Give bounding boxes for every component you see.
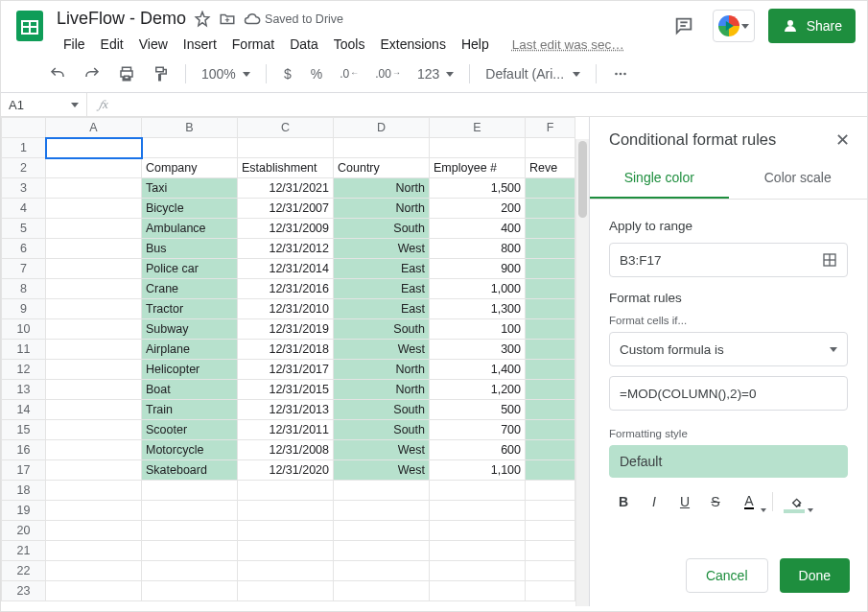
cell[interactable]	[334, 561, 430, 581]
row-header-9[interactable]: 9	[2, 299, 46, 319]
menu-tools[interactable]: Tools	[327, 33, 372, 56]
formula-bar[interactable]: 𝑓x	[87, 97, 867, 112]
cell[interactable]	[334, 501, 430, 521]
cell[interactable]	[46, 259, 142, 279]
cell[interactable]	[526, 360, 575, 380]
cell[interactable]	[430, 501, 526, 521]
cell[interactable]: 1,100	[430, 460, 526, 481]
cell[interactable]	[526, 481, 575, 501]
cell[interactable]: 1,300	[430, 299, 526, 319]
cell[interactable]: Motorcycle	[142, 440, 238, 460]
cell[interactable]	[526, 420, 575, 440]
cell[interactable]	[238, 521, 334, 541]
cell[interactable]: Taxi	[142, 178, 238, 199]
menu-file[interactable]: File	[57, 33, 92, 56]
cell[interactable]: North	[334, 360, 430, 380]
italic-button[interactable]: I	[640, 487, 669, 516]
cell[interactable]: Bicycle	[142, 199, 238, 219]
cell[interactable]	[46, 178, 142, 199]
header-cell[interactable]: Country	[334, 158, 430, 178]
cell[interactable]: Crane	[142, 279, 238, 299]
cell[interactable]	[46, 199, 142, 219]
redo-icon[interactable]	[78, 61, 106, 86]
fill-color-button[interactable]	[779, 487, 813, 516]
cell[interactable]: 12/31/2015	[238, 380, 334, 400]
cell[interactable]	[46, 340, 142, 360]
cell[interactable]	[46, 420, 142, 440]
menu-view[interactable]: View	[132, 33, 175, 56]
cell[interactable]: Train	[142, 400, 238, 420]
cell[interactable]	[46, 460, 142, 481]
row-header-22[interactable]: 22	[2, 561, 46, 581]
cell[interactable]: 12/31/2019	[238, 319, 334, 340]
menu-help[interactable]: Help	[455, 33, 496, 56]
cell[interactable]: South	[334, 319, 430, 340]
cell[interactable]: East	[334, 279, 430, 299]
row-header-14[interactable]: 14	[2, 400, 46, 420]
cell[interactable]	[430, 541, 526, 561]
cell[interactable]	[526, 178, 575, 199]
cell[interactable]	[46, 380, 142, 400]
tab-color-scale[interactable]: Color scale	[729, 158, 868, 199]
cell[interactable]: East	[334, 259, 430, 279]
cell[interactable]: Police car	[142, 259, 238, 279]
cell[interactable]: West	[334, 239, 430, 259]
cell[interactable]: West	[334, 340, 430, 360]
cell[interactable]	[46, 581, 142, 601]
cell[interactable]	[142, 541, 238, 561]
cell[interactable]	[46, 158, 142, 178]
cell[interactable]: 12/31/2007	[238, 199, 334, 219]
cell[interactable]	[334, 138, 430, 158]
row-header-10[interactable]: 10	[2, 319, 46, 340]
cell[interactable]	[46, 561, 142, 581]
cell[interactable]	[526, 460, 575, 481]
row-header-19[interactable]: 19	[2, 501, 46, 521]
cell[interactable]: Airplane	[142, 340, 238, 360]
cell[interactable]: 12/31/2008	[238, 440, 334, 460]
menu-extensions[interactable]: Extensions	[373, 33, 452, 56]
cell[interactable]: West	[334, 460, 430, 481]
bold-button[interactable]: B	[609, 487, 638, 516]
range-input[interactable]: B3:F17	[609, 243, 848, 277]
cell[interactable]: North	[334, 380, 430, 400]
cell[interactable]	[526, 581, 575, 601]
cell[interactable]	[238, 481, 334, 501]
cell[interactable]	[142, 501, 238, 521]
header-cell[interactable]: Reve	[526, 158, 575, 178]
header-cell[interactable]: Company	[142, 158, 238, 178]
cell[interactable]: 100	[430, 319, 526, 340]
cell[interactable]: 1,500	[430, 178, 526, 199]
condition-select[interactable]: Custom formula is	[609, 332, 848, 366]
cell[interactable]	[46, 138, 142, 158]
format-percent[interactable]: %	[305, 61, 328, 86]
tab-single-color[interactable]: Single color	[590, 158, 729, 199]
cell[interactable]	[46, 521, 142, 541]
cell[interactable]: East	[334, 299, 430, 319]
cell[interactable]: 1,000	[430, 279, 526, 299]
document-title[interactable]: LiveFlow - Demo	[57, 9, 186, 29]
cell[interactable]: 1,400	[430, 360, 526, 380]
cell[interactable]: South	[334, 400, 430, 420]
row-header-11[interactable]: 11	[2, 340, 46, 360]
row-header-1[interactable]: 1	[2, 138, 46, 158]
cell[interactable]	[238, 138, 334, 158]
cell[interactable]	[334, 541, 430, 561]
cell[interactable]	[238, 541, 334, 561]
comments-icon[interactable]	[669, 11, 699, 41]
cell[interactable]	[526, 380, 575, 400]
col-header-A[interactable]: A	[46, 118, 142, 138]
cell[interactable]	[46, 440, 142, 460]
cell[interactable]	[142, 138, 238, 158]
row-header-3[interactable]: 3	[2, 178, 46, 199]
cell[interactable]: 12/31/2011	[238, 420, 334, 440]
cell[interactable]	[526, 319, 575, 340]
cancel-button[interactable]: Cancel	[686, 558, 768, 593]
formula-input[interactable]: =MOD(COLUMN(),2)=0	[609, 376, 848, 411]
cell[interactable]	[238, 581, 334, 601]
row-header-8[interactable]: 8	[2, 279, 46, 299]
cell[interactable]	[334, 581, 430, 601]
cell[interactable]: West	[334, 440, 430, 460]
col-header-B[interactable]: B	[142, 118, 238, 138]
style-preview[interactable]: Default	[609, 445, 848, 478]
undo-icon[interactable]	[43, 61, 72, 86]
